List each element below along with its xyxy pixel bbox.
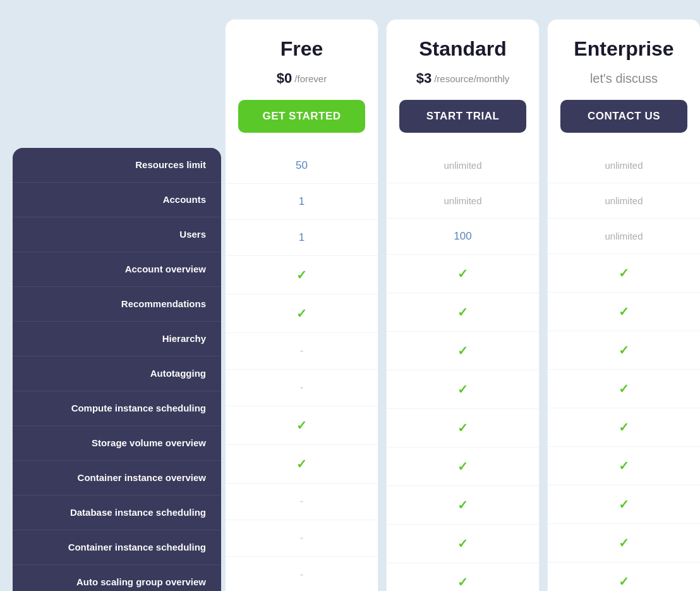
plan-name-standard: Standard bbox=[399, 37, 526, 61]
feature-value-row: 1 bbox=[226, 220, 378, 256]
header-spacer bbox=[13, 19, 221, 148]
feature-value-row: ✓ bbox=[548, 408, 700, 447]
feature-label: Container instance overview bbox=[78, 472, 206, 483]
feature-label-row: Autotagging bbox=[13, 356, 221, 391]
start-trial-button[interactable]: START TRIAL bbox=[399, 100, 526, 133]
feature-label-row: Recommendations bbox=[13, 287, 221, 322]
feature-label-row: Storage volume overview bbox=[13, 426, 221, 461]
feature-label: Resources limit bbox=[135, 159, 206, 170]
price-amount-free: $0 bbox=[277, 70, 292, 87]
feature-value-row: ✓ bbox=[548, 563, 700, 591]
feature-label-row: Database instance scheduling bbox=[13, 496, 221, 530]
plan-header-standard: Standard $3 /resource/monthly START TRIA… bbox=[386, 19, 540, 148]
feature-label: Compute instance scheduling bbox=[71, 403, 206, 413]
price-amount-standard: $3 bbox=[416, 70, 431, 87]
features-sidebar: Resources limitAccountsUsersAccount over… bbox=[13, 148, 221, 591]
contact-us-button[interactable]: CONTACT US bbox=[560, 100, 687, 133]
feature-value-row: ✓ bbox=[548, 485, 700, 524]
plan-header-enterprise: Enterprise let's discuss CONTACT US bbox=[547, 19, 700, 148]
feature-label: Accounts bbox=[163, 194, 206, 205]
feature-value-row: - bbox=[226, 484, 378, 520]
feature-label-row: Account overview bbox=[13, 252, 221, 287]
price-discuss-enterprise: let's discuss bbox=[590, 71, 658, 86]
feature-label: Recommendations bbox=[121, 298, 206, 309]
feature-value-row: ✓ bbox=[387, 525, 539, 563]
feature-value-row: ✓ bbox=[387, 255, 539, 293]
feature-label-row: Accounts bbox=[13, 183, 221, 217]
feature-value-row: ✓ bbox=[387, 409, 539, 448]
feature-value-row: - bbox=[226, 520, 378, 557]
feature-value-row: - bbox=[226, 370, 378, 406]
feature-label: Hierarchy bbox=[162, 333, 206, 344]
feature-value-row: ✓ bbox=[387, 563, 539, 591]
price-suffix-free: /forever bbox=[294, 73, 327, 84]
feature-value-row: unlimited bbox=[548, 183, 700, 219]
plan-price-standard: $3 /resource/monthly bbox=[399, 70, 526, 87]
price-suffix-standard: /resource/monthly bbox=[434, 73, 509, 84]
feature-value-row: unlimited bbox=[387, 183, 539, 219]
feature-label: Autotagging bbox=[150, 368, 206, 379]
feature-value-row: unlimited bbox=[548, 148, 700, 183]
plan-column-free: 5011✓✓--✓✓----- bbox=[225, 148, 378, 591]
feature-value-row: ✓ bbox=[387, 370, 539, 409]
pricing-table: Free $0 /forever GET STARTED Standard $3… bbox=[13, 19, 687, 591]
feature-label: Users bbox=[179, 229, 206, 240]
feature-label-row: Container instance scheduling bbox=[13, 530, 221, 565]
feature-label: Storage volume overview bbox=[92, 437, 206, 448]
feature-value-row: - bbox=[226, 557, 378, 591]
feature-label: Account overview bbox=[125, 264, 206, 274]
get-started-button[interactable]: GET STARTED bbox=[238, 100, 365, 133]
plan-name-enterprise: Enterprise bbox=[560, 37, 687, 61]
feature-label-row: Hierarchy bbox=[13, 322, 221, 356]
feature-label: Auto scaling group overview bbox=[76, 576, 206, 587]
feature-value-row: unlimited bbox=[548, 219, 700, 254]
feature-value-row: ✓ bbox=[387, 332, 539, 370]
feature-label-row: Container instance overview bbox=[13, 461, 221, 496]
plan-header-free: Free $0 /forever GET STARTED bbox=[225, 19, 378, 148]
feature-value-row: - bbox=[226, 333, 378, 370]
feature-label-row: Resources limit bbox=[13, 148, 221, 183]
feature-label-row: Users bbox=[13, 217, 221, 252]
feature-value-row: ✓ bbox=[387, 448, 539, 486]
feature-value-row: ✓ bbox=[226, 256, 378, 295]
feature-value-row: ✓ bbox=[226, 295, 378, 333]
feature-label-row: Auto scaling group overview bbox=[13, 565, 221, 591]
feature-value-row: ✓ bbox=[387, 293, 539, 332]
feature-value-row: ✓ bbox=[226, 406, 378, 445]
plan-price-free: $0 /forever bbox=[238, 70, 365, 87]
feature-label: Container instance scheduling bbox=[68, 542, 206, 552]
plan-column-enterprise: unlimitedunlimitedunlimited✓✓✓✓✓✓✓✓✓✓✓ bbox=[547, 148, 700, 591]
feature-label: Database instance scheduling bbox=[70, 507, 206, 518]
feature-value-row: ✓ bbox=[226, 445, 378, 484]
feature-value-row: ✓ bbox=[548, 254, 700, 293]
plan-name-free: Free bbox=[238, 37, 365, 61]
feature-value-row: 1 bbox=[226, 184, 378, 220]
feature-value-row: 100 bbox=[387, 219, 539, 255]
plan-price-enterprise: let's discuss bbox=[560, 70, 687, 87]
feature-value-row: ✓ bbox=[548, 370, 700, 408]
feature-label-row: Compute instance scheduling bbox=[13, 391, 221, 426]
feature-value-row: unlimited bbox=[387, 148, 539, 183]
feature-value-row: ✓ bbox=[548, 293, 700, 331]
feature-value-row: ✓ bbox=[387, 486, 539, 525]
feature-value-row: ✓ bbox=[548, 331, 700, 370]
feature-value-row: 50 bbox=[226, 148, 378, 184]
feature-value-row: ✓ bbox=[548, 447, 700, 485]
feature-value-row: ✓ bbox=[548, 524, 700, 563]
plan-column-standard: unlimitedunlimited100✓✓✓✓✓✓✓✓✓✓✓ bbox=[386, 148, 540, 591]
